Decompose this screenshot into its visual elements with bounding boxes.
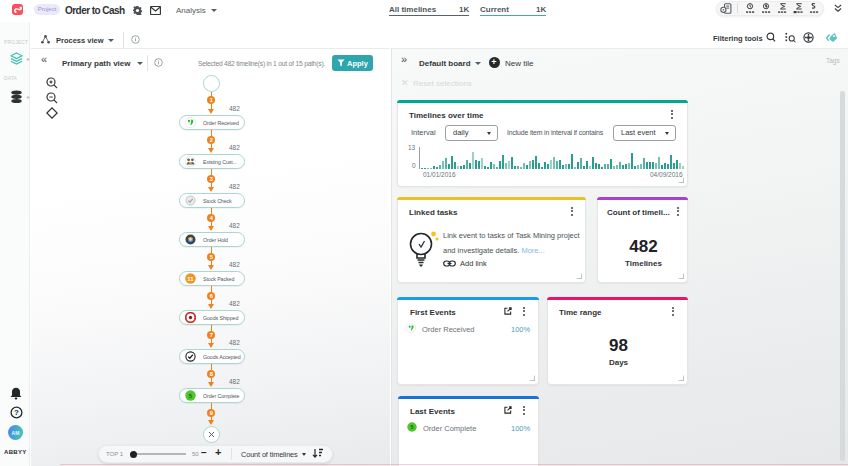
svg-text:11: 11 [187,276,194,282]
svg-text:5: 5 [410,424,413,430]
svg-text:?: ? [14,408,19,417]
